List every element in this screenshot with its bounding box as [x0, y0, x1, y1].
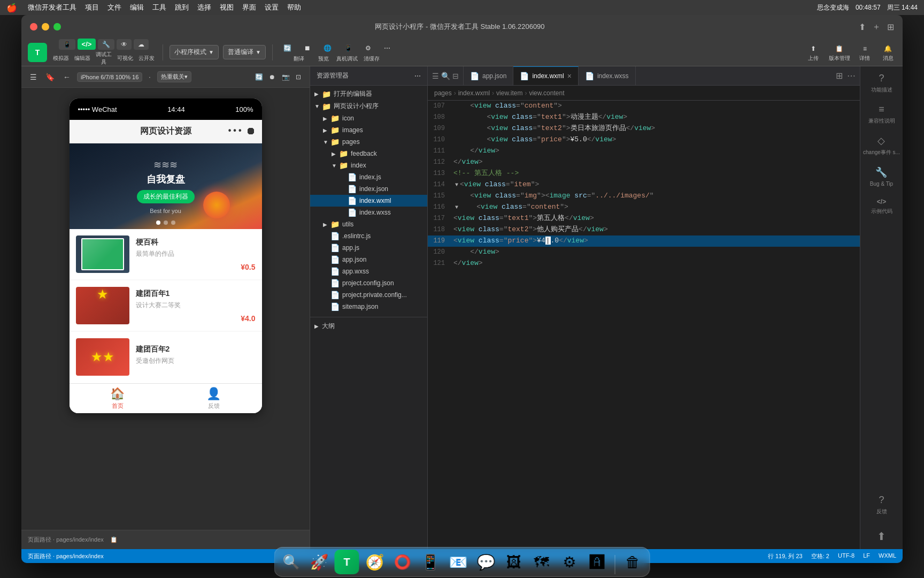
dock-phone[interactable]: 📱	[418, 550, 443, 574]
editor-split-icon[interactable]: ⊟	[452, 72, 459, 80]
menu-project[interactable]: 项目	[85, 3, 99, 12]
menu-file[interactable]: 文件	[107, 3, 121, 12]
tree-project-config[interactable]: 📄 project.config.json	[310, 277, 427, 289]
banner-dot-3[interactable]	[171, 220, 175, 225]
dock-photos[interactable]: 🖼	[502, 550, 526, 574]
sim-refresh-icon[interactable]: 🔄	[255, 73, 263, 81]
minimize-button[interactable]	[42, 23, 49, 31]
editor-layout-icon[interactable]: ⊞	[836, 71, 843, 81]
fold-btn-116[interactable]: ▼	[453, 203, 460, 212]
tree-index-json[interactable]: 📄 index.json	[310, 183, 427, 195]
right-panel-feedback[interactable]: ? 反馈	[876, 495, 887, 515]
more-button[interactable]: ⋯	[380, 42, 395, 54]
dock-launchpad[interactable]: 🚀	[307, 550, 332, 574]
menu-wechat-devtools[interactable]: 微信开发者工具	[28, 3, 76, 12]
file-tree-more-icon[interactable]: ⋯	[414, 72, 421, 80]
tree-icon-folder[interactable]: ▶ 📁 icon	[310, 112, 427, 124]
tab-app-json[interactable]: 📄 app.json	[464, 66, 513, 85]
detail-button[interactable]: ≡	[859, 43, 871, 55]
dock-mail[interactable]: 📧	[446, 550, 471, 574]
message-button[interactable]: 🔔	[880, 43, 896, 55]
product-item-1[interactable]: 梗百科 最简单的作品 ¥0.5	[70, 229, 262, 279]
breadcrumb-pages[interactable]: pages	[434, 89, 452, 97]
tree-eslintrc[interactable]: 📄 .eslintrc.js	[310, 230, 427, 242]
banner-dot-1[interactable]	[156, 220, 160, 225]
editor-list-icon[interactable]: ☰	[432, 72, 439, 80]
tree-images-folder[interactable]: ▶ 📁 images	[310, 124, 427, 136]
editor-more-icon[interactable]: ⋯	[847, 71, 856, 81]
refresh-button[interactable]: 🔄	[279, 42, 296, 54]
dock-settings[interactable]: ⚙	[557, 550, 582, 574]
dock-chrome[interactable]: ⭕	[390, 550, 415, 574]
tree-sitemap-json[interactable]: 📄 sitemap.json	[310, 301, 427, 313]
hot-reload-select[interactable]: 热重载关▾	[157, 71, 191, 82]
translate-button[interactable]: 🌐	[319, 42, 336, 54]
nav-home[interactable]: 🏠 首页	[70, 387, 166, 410]
apple-menu[interactable]: 🍎	[6, 3, 17, 13]
menu-view[interactable]: 视图	[220, 3, 234, 12]
right-panel-sample-code[interactable]: </> 示例代码	[871, 198, 892, 215]
dock-messages[interactable]: 💬	[474, 550, 498, 574]
tree-utils-folder[interactable]: ▶ 📁 utils	[310, 218, 427, 230]
layout-icon[interactable]: ⊞	[887, 22, 894, 32]
tree-project-root[interactable]: ▼ 📁 网页设计小程序	[310, 100, 427, 112]
tree-open-editors[interactable]: ▶ 📁 打开的编辑器	[310, 88, 427, 100]
back-icon[interactable]: ←	[61, 72, 73, 82]
sidebar-toggle-icon[interactable]: ☰	[28, 72, 39, 82]
sim-expand-icon[interactable]: ⊡	[296, 73, 301, 81]
code-editor[interactable]: 107 <view class="content"> 108 <view cla…	[428, 101, 860, 549]
editor-search-icon[interactable]: 🔍	[441, 72, 450, 80]
menu-goto[interactable]: 跳到	[175, 3, 189, 12]
dock-trash[interactable]: 🗑	[621, 550, 645, 574]
version-button[interactable]: 📋	[831, 43, 848, 55]
scroll-to-top-button[interactable]: ⬆	[877, 530, 886, 543]
cloud-button[interactable]: ☁	[134, 39, 149, 50]
tree-index-folder[interactable]: ▼ 📁 index	[310, 159, 427, 171]
dock-finder[interactable]: 🔍	[279, 550, 304, 574]
tree-project-private-config[interactable]: 📄 project.private.config...	[310, 289, 427, 301]
translate-dropdown[interactable]: 普通编译 ▼	[223, 45, 266, 59]
menu-edit[interactable]: 编辑	[130, 3, 144, 12]
tab-index-wxss[interactable]: 📄 index.wxss	[579, 66, 636, 85]
tab-close-icon[interactable]: ×	[567, 72, 572, 80]
tree-app-js[interactable]: 📄 app.js	[310, 242, 427, 254]
close-button[interactable]	[30, 23, 37, 31]
banner-dot-2[interactable]	[164, 220, 168, 225]
menu-help[interactable]: 帮助	[287, 3, 301, 12]
visualize-button[interactable]: 👁	[117, 39, 132, 50]
menu-tools[interactable]: 工具	[152, 3, 166, 12]
dock-appstore[interactable]: 🅰	[585, 550, 610, 574]
menu-select[interactable]: 选择	[197, 3, 211, 12]
tree-index-wxss[interactable]: 📄 index.wxss	[310, 207, 427, 218]
tree-feedback-folder[interactable]: ▶ 📁 feedback	[310, 148, 427, 159]
breadcrumb-file[interactable]: index.wxml	[458, 89, 490, 97]
dock-safari[interactable]: 🧭	[363, 550, 387, 574]
tree-index-wxml[interactable]: 📄 index.wxml	[310, 195, 427, 207]
breadcrumb-view-content[interactable]: view.content	[529, 89, 564, 97]
right-panel-feature-desc[interactable]: ? 功能描述	[871, 73, 892, 93]
menu-interface[interactable]: 界面	[242, 3, 256, 12]
dock-wechat-dev[interactable]: T	[335, 550, 359, 574]
compile-button[interactable]: ⚙	[361, 42, 375, 54]
mode-dropdown[interactable]: 小程序模式 ▼	[170, 45, 219, 59]
tree-app-json[interactable]: 📄 app.json	[310, 254, 427, 265]
product-item-3[interactable]: ★★ 建团百年2 受邀创作网页	[70, 332, 262, 382]
sim-record-icon[interactable]: ⏺	[269, 73, 275, 81]
editor-button[interactable]: </>	[78, 39, 96, 50]
maximize-button[interactable]	[53, 23, 61, 31]
tree-pages-folder[interactable]: ▼ 📁 pages	[310, 136, 427, 148]
menu-settings[interactable]: 设置	[265, 3, 279, 12]
bookmark-icon[interactable]: 🔖	[43, 72, 57, 82]
simulator-button[interactable]: 📱	[59, 39, 75, 50]
share-icon[interactable]: ⬆	[859, 22, 866, 32]
tree-index-js[interactable]: 📄 index.js	[310, 171, 427, 183]
stop-button[interactable]: ⏹	[300, 42, 315, 54]
record-circle-icon[interactable]: ⏺	[246, 126, 256, 137]
right-panel-bug-tip[interactable]: 🔧 Bug & Tip	[870, 166, 893, 187]
breadcrumb-view-item[interactable]: view.item	[496, 89, 522, 97]
debugger-button[interactable]: 🔧	[98, 39, 114, 50]
product-item-2[interactable]: ★ 建团百年1 设计大赛二等奖 ¥4.0	[70, 280, 262, 331]
tree-outline[interactable]: ▶ 大纲	[310, 317, 427, 332]
nav-feedback[interactable]: 👤 反馈	[166, 387, 262, 410]
preview-device-button[interactable]: 📱	[340, 42, 357, 54]
